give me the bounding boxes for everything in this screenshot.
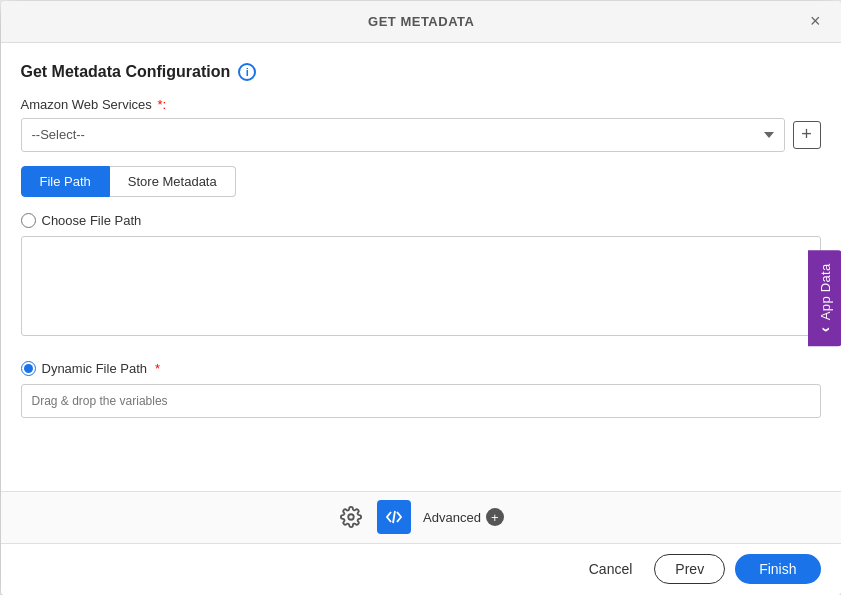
dynamic-file-path-group: Dynamic File Path *	[21, 361, 821, 418]
code-button[interactable]	[377, 500, 411, 534]
aws-select-row: --Select-- +	[21, 118, 821, 152]
choose-file-path-textarea[interactable]	[21, 236, 821, 336]
app-data-chevron: ‹	[816, 326, 834, 332]
choose-file-path-label[interactable]: Choose File Path	[21, 213, 821, 228]
aws-add-button[interactable]: +	[793, 121, 821, 149]
choose-file-path-radio[interactable]	[21, 213, 36, 228]
advanced-plus-icon: +	[486, 508, 504, 526]
tab-store-metadata[interactable]: Store Metadata	[110, 166, 236, 197]
modal-body: Get Metadata Configuration i Amazon Web …	[1, 43, 841, 491]
modal-footer: Cancel Prev Finish	[1, 543, 841, 595]
svg-point-0	[348, 514, 354, 520]
aws-required-star: *:	[157, 97, 166, 112]
modal-toolbar: Advanced +	[1, 491, 841, 543]
modal-header: GET METADATA ×	[1, 1, 841, 43]
cancel-button[interactable]: Cancel	[577, 555, 645, 583]
app-data-tab[interactable]: ‹ App Data	[808, 249, 841, 345]
modal-title: GET METADATA	[37, 14, 806, 29]
finish-button[interactable]: Finish	[735, 554, 820, 584]
close-button[interactable]: ×	[806, 12, 825, 30]
aws-label: Amazon Web Services *:	[21, 97, 821, 112]
advanced-label[interactable]: Advanced +	[423, 508, 504, 526]
dynamic-file-path-radio[interactable]	[21, 361, 36, 376]
dynamic-file-path-label[interactable]: Dynamic File Path *	[21, 361, 821, 376]
tab-group: File Path Store Metadata	[21, 166, 821, 197]
prev-button[interactable]: Prev	[654, 554, 725, 584]
aws-select[interactable]: --Select--	[21, 118, 785, 152]
dynamic-file-path-input[interactable]	[21, 384, 821, 418]
aws-form-group: Amazon Web Services *: --Select-- +	[21, 97, 821, 152]
svg-line-1	[393, 511, 395, 523]
app-data-label: App Data	[817, 263, 832, 320]
section-title-row: Get Metadata Configuration i	[21, 63, 821, 81]
tab-file-path[interactable]: File Path	[21, 166, 110, 197]
dynamic-required-star: *	[155, 361, 160, 376]
info-icon[interactable]: i	[238, 63, 256, 81]
section-title-text: Get Metadata Configuration	[21, 63, 231, 81]
choose-file-path-group: Choose File Path	[21, 213, 821, 353]
gear-icon[interactable]	[337, 503, 365, 531]
